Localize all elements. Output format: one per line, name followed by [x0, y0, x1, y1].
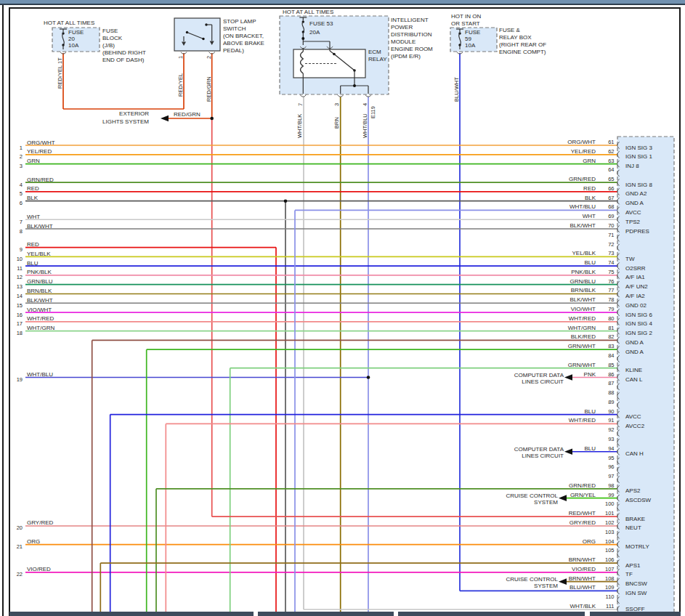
row-number: 16	[17, 312, 23, 318]
ecm-pin-wire-color: YEL/BLK	[572, 250, 596, 256]
connector-id-e119: E119	[370, 106, 376, 118]
ecm-pin-number: 96	[608, 463, 614, 470]
row-number: 12	[17, 274, 23, 280]
ecm-pin-wire-color: BLK/WHT	[570, 296, 596, 303]
ipdm-label: POWER	[391, 24, 413, 31]
fuse-block-label: FUSE	[102, 28, 118, 34]
ecm-pin-number: 63	[608, 158, 614, 164]
ecm-pin-number: 87	[608, 380, 614, 386]
wire-label-wht-blk: WHT/BLK	[296, 114, 303, 138]
ecm-pin-signal: GND 02	[625, 302, 647, 309]
ecm-pin-wire-color: BRN/BLK	[571, 287, 596, 293]
window-chrome	[0, 0, 685, 5]
ecm-pin-number: 72	[608, 241, 614, 248]
row-number: 2	[20, 153, 23, 160]
row-wire-color-label: RED	[27, 241, 39, 248]
ecm-pin-wire-color: GRN/WHT	[568, 343, 596, 349]
ecm-pin-number: 74	[608, 259, 614, 266]
stop-lamp-switch-label: ABOVE BRAKE	[223, 40, 264, 46]
connector-bracket	[365, 95, 371, 97]
ecm-pin-signal: IGN SIG 6	[625, 312, 652, 318]
ecm-pin-signal: AVCC	[625, 413, 641, 420]
row-wire-color-label: VIO/WHT	[27, 307, 52, 313]
row-number: 6	[20, 200, 23, 206]
ecm-pin-wire-color: RED	[583, 185, 596, 192]
ecm-pin-number: 109	[605, 584, 615, 591]
row-wire-color-label: GRN	[27, 158, 40, 164]
row-wire-color-label: PNK/BLK	[27, 269, 52, 275]
ecm-pin-wire-color: BLK/WHT	[570, 222, 596, 229]
ecm-pin-signal: AVCC2	[625, 423, 645, 429]
ecm-pin-wire-color: BRN/WHT	[569, 556, 596, 563]
ecm-pin-wire-color: BLU/WHT	[570, 584, 596, 591]
junction-dot	[301, 37, 304, 40]
row-wire-color-label: BRN/BLK	[27, 288, 52, 294]
row-wire-color-label: BLK/WHT	[27, 223, 53, 230]
row-wire-color-label: BLK	[27, 195, 38, 201]
ecm-pin-number: 85	[608, 362, 614, 368]
ecm-pin-number: 81	[608, 325, 614, 331]
fuse-relay-box-title: OR START	[451, 20, 480, 27]
ipdm-title: HOT AT ALL TIMES	[283, 9, 333, 15]
ecm-pin-signal: APS1	[625, 562, 641, 569]
ecm-pin-number: 102	[605, 519, 615, 526]
ecm-pin-signal: ASCDSW	[625, 497, 652, 503]
ecm-pin-wire-color: BLK	[585, 195, 596, 201]
title-bar	[0, 0, 685, 4]
ecm-pin-wire-color: BRN/WHT	[569, 575, 596, 582]
ecm-pin-signal: BRAKE	[625, 516, 645, 522]
connector-bracket	[300, 95, 306, 97]
wire-label-red-grn: RED/GRN	[206, 76, 212, 102]
bottom-connector-band	[258, 612, 394, 616]
row-number: 18	[17, 330, 23, 336]
ecm-pin-number: 75	[608, 269, 614, 275]
row-wire-color-label: GRY/RED	[27, 519, 54, 526]
stop-lamp-switch-label: PEDAL)	[223, 47, 244, 54]
fuse-name: FUSE	[465, 29, 480, 36]
title-bar-edge	[0, 4, 685, 5]
wire-label-red-yel: RED/YEL	[177, 73, 184, 97]
stop-lamp-switch-box	[174, 18, 220, 51]
row-number: 22	[17, 571, 23, 578]
connector-bracket	[338, 95, 344, 97]
ecm-pin-wire-color: PNK	[584, 371, 596, 378]
ipdm-label: (IPDM E/R)	[391, 53, 421, 60]
ecm-pin-number: 71	[608, 232, 614, 238]
stop-lamp-switch-label: STOP LAMP	[223, 18, 256, 25]
bottom-connector-band	[590, 612, 681, 616]
row-number: 7	[20, 219, 23, 225]
ecm-pin-number: 103	[605, 529, 615, 535]
fuse-relay-box-label: ENGINE COMPT)	[499, 49, 546, 55]
row-wire-color-label: BLK/WHT	[27, 297, 53, 304]
ecm-pin-wire-color: BLK/RED	[571, 333, 596, 340]
ecm-pin-number: 95	[608, 455, 614, 461]
fuse-rating: 10A	[68, 42, 79, 49]
ecm-pin-wire-color: GRN/RED	[569, 482, 596, 489]
ecm-pin-number: 76	[608, 278, 614, 285]
ecm-pin-number: 111	[606, 603, 614, 609]
row-wire-color-label: YEL/BLK	[27, 251, 51, 257]
ecm-pin-signal: A/F IA2	[625, 293, 645, 299]
ecm-pin-number: 62	[608, 148, 614, 155]
row-wire-color-label: WHT/BLU	[27, 371, 53, 378]
fuse-block-label: BLOCK	[102, 35, 123, 41]
ecm-pin-number: 78	[608, 296, 614, 303]
ecm-pin-number: 91	[608, 417, 614, 423]
adjacent-page-edge	[2, 5, 4, 616]
exterior-lights-label: EXTERIOR	[119, 110, 149, 117]
row-number: 1	[20, 145, 23, 151]
ecm-pin-number: 100	[605, 500, 615, 507]
fuse-relay-box-title: HOT IN ON	[451, 13, 481, 20]
ecm-pin-signal: MOTRLY	[625, 543, 649, 550]
ecm-pin-number: 73	[608, 250, 614, 256]
ecm-pin-number: 77	[608, 287, 614, 293]
wires-layer	[25, 53, 617, 612]
ecm-pin-signal: O2SRR	[625, 265, 646, 272]
ecm-pin-number: 88	[608, 389, 614, 396]
fuse-number: 20	[68, 36, 75, 42]
ecm-pin-number: 104	[605, 538, 615, 545]
ecm-pin-number: 82	[608, 333, 614, 340]
page-border-top	[9, 7, 681, 9]
ecm-pin-signal: IGN SIG 1	[625, 153, 652, 160]
ecm-pin-wire-color: GRN/BLU	[570, 278, 596, 285]
